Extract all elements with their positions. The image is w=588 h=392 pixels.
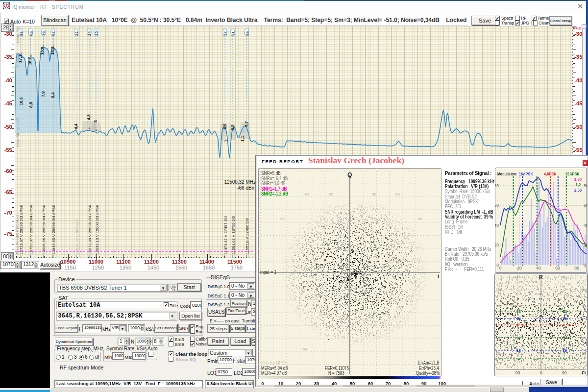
svg-text:-32: -32 bbox=[327, 192, 333, 196]
svg-text:1,1: 1,1 bbox=[240, 136, 245, 142]
svg-text:64: 64 bbox=[418, 217, 422, 221]
svg-text:-90: -90 bbox=[514, 370, 520, 375]
svg-text:32: 32 bbox=[516, 309, 521, 314]
svg-text:32: 32 bbox=[563, 309, 567, 314]
svg-text:11474,45 V 27497 3/4: 11474,45 V 27497 3/4 bbox=[223, 216, 228, 254]
svg-text:16,3: 16,3 bbox=[50, 47, 55, 55]
svg-text:64: 64 bbox=[395, 192, 400, 196]
svg-text:24: 24 bbox=[87, 31, 92, 36]
svg-text:-90: -90 bbox=[514, 275, 520, 279]
svg-text:16: 16 bbox=[563, 348, 567, 353]
svg-text:-64: -64 bbox=[301, 347, 307, 351]
svg-text:10972,89 V 29996 2/3 8PSK: 10972,89 V 29996 2/3 8PSK bbox=[88, 204, 92, 254]
svg-text:7,7: 7,7 bbox=[244, 121, 249, 127]
svg-text:82: 82 bbox=[51, 31, 55, 36]
svg-text:8: 8 bbox=[522, 323, 525, 327]
svg-text:Q: Q bbox=[347, 172, 352, 178]
svg-text:5: 5 bbox=[93, 120, 98, 122]
svg-text:R: R bbox=[539, 274, 543, 280]
svg-text:+: + bbox=[20, 51, 22, 55]
svg-text:90: 90 bbox=[562, 370, 567, 375]
svg-text:32: 32 bbox=[563, 357, 567, 361]
svg-text:4: 4 bbox=[563, 323, 565, 327]
svg-text:0: 0 bbox=[499, 266, 502, 270]
svg-text:90: 90 bbox=[561, 275, 565, 279]
svg-text:20: 20 bbox=[582, 351, 586, 356]
svg-text:32: 32 bbox=[516, 357, 521, 361]
svg-text:40: 40 bbox=[495, 223, 499, 228]
svg-text:1: 1 bbox=[223, 140, 228, 142]
svg-text:80: 80 bbox=[584, 183, 587, 188]
svg-text:64: 64 bbox=[280, 217, 285, 221]
svg-text:79: 79 bbox=[42, 31, 46, 36]
svg-text:8,4: 8,4 bbox=[50, 92, 55, 98]
svg-text:40: 40 bbox=[584, 223, 587, 228]
svg-text:16: 16 bbox=[563, 317, 567, 321]
svg-text:16: 16 bbox=[516, 317, 521, 321]
svg-text:10806,56 V 29996 3/4 8PSK: 10806,56 V 29996 3/4 8PSK bbox=[42, 204, 46, 254]
svg-text:100: 100 bbox=[582, 288, 588, 292]
svg-text:20: 20 bbox=[495, 243, 499, 247]
svg-text:+: + bbox=[96, 129, 98, 132]
svg-text:32: 32 bbox=[372, 192, 376, 196]
svg-text:0: 0 bbox=[584, 263, 586, 268]
svg-text:7,9: 7,9 bbox=[41, 91, 46, 97]
svg-text:10,5: 10,5 bbox=[19, 97, 24, 105]
svg-text:38: 38 bbox=[245, 31, 249, 36]
svg-text:20: 20 bbox=[584, 243, 587, 247]
svg-text:6,5: 6,5 bbox=[222, 123, 227, 129]
svg-text:Fi: Fi bbox=[582, 370, 586, 375]
svg-text:11552,8 V 27496 5/6: 11552,8 V 27496 5/6 bbox=[245, 218, 249, 254]
svg-text:40: 40 bbox=[536, 266, 541, 270]
svg-text:22: 22 bbox=[74, 31, 79, 36]
svg-text:+: + bbox=[30, 54, 32, 57]
svg-text:10759,07 V 29996 3/4 8PSK: 10759,07 V 29996 3/4 8PSK bbox=[29, 204, 33, 254]
svg-text:4: 4 bbox=[516, 323, 519, 327]
svg-text:10842,55 V 29996 3/4 8PSK: 10842,55 V 29996 3/4 8PSK bbox=[51, 204, 56, 254]
svg-text:60: 60 bbox=[584, 203, 587, 208]
svg-text:-64: -64 bbox=[304, 192, 310, 196]
svg-text:10999,13 V 15000 2/3 8PSK: 10999,13 V 15000 2/3 8PSK bbox=[95, 204, 99, 254]
svg-text:4,8: 4,8 bbox=[86, 114, 91, 120]
svg-text:31: 31 bbox=[231, 31, 235, 36]
svg-text:15,8: 15,8 bbox=[40, 47, 45, 55]
svg-text:8: 8 bbox=[568, 323, 571, 327]
svg-text:25: 25 bbox=[94, 31, 98, 36]
svg-text:32: 32 bbox=[372, 324, 376, 328]
svg-text:86: 86 bbox=[19, 31, 24, 36]
svg-text:11501,63 V 13750 5/6: 11501,63 V 13750 5/6 bbox=[231, 216, 236, 254]
svg-text:32: 32 bbox=[223, 31, 227, 36]
svg-text:20: 20 bbox=[517, 266, 522, 270]
svg-text:20: 20 bbox=[496, 351, 500, 356]
svg-text:+: + bbox=[89, 127, 91, 130]
svg-text:80: 80 bbox=[496, 304, 500, 308]
svg-text:0: 0 bbox=[496, 263, 499, 268]
svg-text:6,2: 6,2 bbox=[230, 124, 235, 130]
svg-text:83: 83 bbox=[29, 31, 33, 36]
svg-text:i: i bbox=[438, 273, 439, 279]
svg-text:10723,07 V 29996 2/3 8PSK: 10723,07 V 29996 2/3 8PSK bbox=[19, 204, 24, 254]
svg-text:10926,97 V 56780 ?: 10926,97 V 56780 ? bbox=[75, 219, 79, 254]
svg-text:16,7: 16,7 bbox=[27, 57, 32, 65]
svg-text:60: 60 bbox=[495, 203, 499, 208]
svg-text:60: 60 bbox=[555, 266, 560, 270]
svg-text:100: 100 bbox=[496, 288, 502, 292]
svg-text:80: 80 bbox=[495, 183, 499, 188]
svg-text:Freq Pol SR FEC Mod: Freq Pol SR FEC Mod bbox=[15, 215, 20, 254]
svg-text:16: 16 bbox=[516, 348, 521, 353]
svg-text:80: 80 bbox=[582, 304, 586, 308]
svg-text:8,8: 8,8 bbox=[28, 102, 33, 108]
svg-text:-32: -32 bbox=[327, 324, 333, 328]
svg-text:4,4: 4,4 bbox=[74, 123, 78, 129]
svg-text:32: 32 bbox=[516, 336, 521, 340]
svg-text:32: 32 bbox=[563, 336, 567, 340]
svg-text:0: 0 bbox=[540, 370, 542, 375]
svg-text:80: 80 bbox=[574, 266, 579, 270]
svg-text:17,1: 17,1 bbox=[18, 54, 23, 63]
